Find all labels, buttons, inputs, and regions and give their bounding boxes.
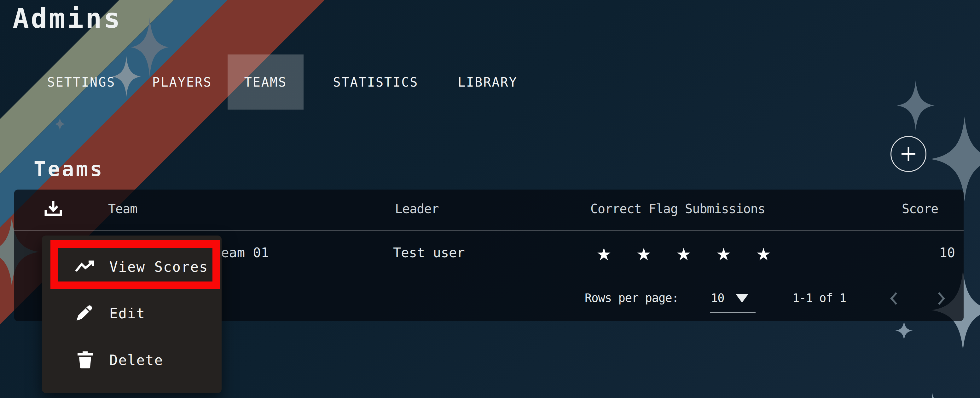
star-icon: ★ [756, 240, 771, 265]
chevron-left-icon[interactable] [889, 291, 898, 307]
trend-line-icon [66, 260, 104, 273]
sparkle-decoration [924, 393, 942, 398]
sparkle-decoration [895, 320, 913, 341]
pencil-icon [66, 305, 104, 321]
tab-settings[interactable]: SETTINGS [31, 54, 132, 109]
section-title: Teams [34, 157, 104, 181]
rows-per-page-select[interactable]: 10 [711, 291, 724, 305]
tab-label: LIBRARY [458, 75, 517, 89]
sparkle-decoration [54, 117, 65, 131]
sparkle-decoration [897, 80, 935, 131]
tab-teams[interactable]: TEAMS [228, 54, 304, 109]
tab-players[interactable]: PLAYERS [134, 54, 230, 109]
menu-item-view-scores[interactable]: View Scores [42, 243, 221, 290]
menu-item-edit[interactable]: Edit [42, 290, 221, 336]
menu-item-label: View Scores [110, 259, 208, 275]
tab-label: PLAYERS [152, 75, 212, 89]
menu-item-label: Delete [110, 352, 163, 368]
tab-label: SETTINGS [47, 75, 116, 89]
menu-item-delete[interactable]: Delete [42, 336, 221, 383]
column-header-score[interactable]: Score [902, 201, 938, 216]
plus-icon [900, 146, 916, 162]
add-team-button[interactable] [891, 136, 926, 172]
column-header-leader[interactable]: Leader [395, 201, 439, 216]
star-icon: ★ [676, 240, 691, 265]
column-header-correct-flag-submissions[interactable]: Correct Flag Submissions [590, 201, 765, 216]
star-icon: ★ [597, 240, 611, 265]
menu-item-label: Edit [110, 305, 145, 322]
tab-library[interactable]: LIBRARY [439, 54, 537, 109]
team-score-cell: 10 [914, 245, 955, 260]
trash-icon [66, 351, 104, 368]
select-underline [710, 312, 756, 313]
chevron-right-icon[interactable] [937, 291, 946, 307]
rows-per-page-label: Rows per page: [585, 291, 679, 305]
tab-label: TEAMS [244, 75, 287, 89]
admin-page: Admins SETTINGS PLAYERS TEAMS STATISTICS… [0, 0, 980, 398]
tab-label: STATISTICS [333, 75, 418, 89]
row-context-menu: View Scores Edit Delete [42, 236, 221, 393]
tab-statistics[interactable]: STATISTICS [316, 54, 436, 109]
star-icon: ★ [637, 240, 651, 265]
download-icon[interactable] [44, 200, 62, 218]
pagination-range-label: 1-1 of 1 [792, 291, 846, 305]
page-title: Admins [13, 3, 122, 34]
header-divider [14, 230, 964, 231]
star-rating: ★★★★★ [597, 240, 771, 265]
star-icon: ★ [716, 240, 731, 265]
dropdown-arrow-icon[interactable] [736, 294, 748, 303]
sparkle-decoration [930, 116, 980, 201]
column-header-team[interactable]: Team [108, 201, 137, 216]
team-leader-cell[interactable]: Test user [393, 245, 465, 260]
